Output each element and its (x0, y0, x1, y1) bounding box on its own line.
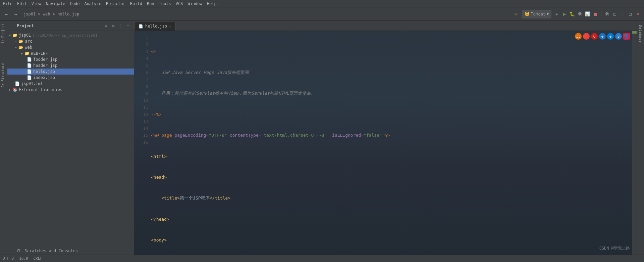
tab-close-button[interactable]: ✕ (169, 25, 171, 28)
tree-item-hello[interactable]: 📄 hello.jsp (7, 69, 134, 75)
coverage-button[interactable]: 🛠 (577, 11, 583, 17)
linenum-13: 13 (134, 118, 148, 125)
menu-tools[interactable]: Tools (159, 1, 171, 6)
menu-analyze[interactable]: Analyze (84, 1, 101, 6)
code-span: JSP Java Server Page Java服务端页面 (151, 70, 249, 75)
minimize-panel-icon[interactable]: − (125, 23, 131, 29)
ie-icon[interactable]: e (599, 33, 606, 40)
back-button[interactable]: ← (3, 10, 10, 18)
linenum-2: 2 (134, 41, 148, 48)
editor-area: ✓ 🦊 🔴 O e e S 👤 📄 hello.jsp ✕ 1 2 (134, 21, 637, 255)
status-crlf[interactable]: CRLF (34, 256, 43, 261)
menu-help[interactable]: Help (207, 1, 217, 6)
tree-item-src[interactable]: ▾ 📂 src (7, 38, 134, 44)
file-tree: ▾ 📁 jsp01 F:\IDEAWork\jsp_project\jsp01 … (7, 31, 134, 247)
right-gutter (632, 31, 637, 255)
forward-button[interactable]: → (12, 10, 19, 18)
debug-button[interactable]: 🐛 (569, 11, 576, 17)
edge-icon[interactable]: e (607, 33, 614, 40)
code-content[interactable]: <%-- JSP Java Server Page Java服务端页面 作用：替… (151, 31, 632, 255)
toolbar-left: ← → jsp01 > web > hello.jsp (3, 10, 81, 18)
tree-label-jsp01: jsp01 (19, 33, 31, 38)
linenum-4: 4 (134, 55, 148, 62)
menu-run[interactable]: Run (147, 1, 154, 6)
code-span: </title> (210, 195, 231, 201)
tree-item-extlibs[interactable]: ▸ 📚 External Libraries (7, 87, 134, 93)
tree-item-jsp01[interactable]: ▾ 📁 jsp01 F:\IDEAWork\jsp_project\jsp01 (7, 32, 134, 38)
code-line-6: <html> (151, 153, 629, 160)
collapse-icon[interactable]: ≡ (110, 23, 116, 29)
menu-file[interactable]: File (3, 1, 12, 6)
status-encoding[interactable]: UTF-8 (3, 256, 14, 261)
menu-code[interactable]: Code (70, 1, 80, 6)
run-button[interactable]: ▶ (561, 11, 568, 17)
linenum-15: 15 (134, 132, 148, 139)
sync-icon[interactable]: ↩ (513, 10, 520, 18)
menu-vcs[interactable]: VCS (176, 1, 183, 6)
firefox-icon[interactable]: 🦊 (575, 33, 582, 40)
code-line-2: JSP Java Server Page Java服务端页面 (151, 69, 629, 76)
tab-hello-jsp[interactable]: 📄 hello.jsp ✕ (134, 22, 175, 31)
tree-item-web[interactable]: ▾ 📂 web (7, 44, 134, 50)
tree-path-jsp01: F:\IDEAWork\jsp_project\jsp01 (33, 33, 97, 38)
menu-view[interactable]: View (32, 1, 41, 6)
stop-button[interactable]: ■ (592, 11, 599, 17)
database-tab[interactable]: Database (637, 22, 644, 45)
gear-icon[interactable]: ⋮ (118, 23, 124, 29)
opera-icon[interactable]: O (591, 33, 598, 40)
scratches-item[interactable]: 🗒 Scratches and Consoles (7, 247, 134, 255)
build-icon[interactable]: 🛠 (604, 11, 610, 17)
run-icons: + ▶ 🐛 🛠 📊 ■ 🛠 □ − □ ✕ (553, 11, 641, 17)
status-bar: UTF-8 16:9 CRLF (0, 255, 644, 262)
maximize-icon[interactable]: □ (627, 11, 634, 17)
menu-build[interactable]: Build (130, 1, 142, 6)
minimize-icon[interactable]: − (619, 11, 626, 17)
tab-label: hello.jsp (145, 24, 167, 29)
add-config-icon[interactable]: + (553, 11, 560, 17)
menu-refactor[interactable]: Refactor (106, 1, 125, 6)
code-span: <title> (161, 195, 180, 201)
code-area[interactable]: 1 2 3 4 5 6 7 8 9 10 11 12 13 14 15 16 <… (134, 31, 637, 255)
project-header: Project ⚙ ≡ ⋮ − (7, 21, 134, 31)
project-tab[interactable]: 1: Project (0, 21, 7, 46)
menu-window[interactable]: Window (187, 1, 202, 6)
left-panel-tabs: 1: Project 2: Structure (0, 21, 7, 255)
linenum-6: 6 (134, 69, 148, 76)
safari-icon[interactable]: S (615, 33, 622, 40)
tree-item-fooder[interactable]: 📄 fooder.jsp (7, 56, 134, 62)
code-span: 第一个JSP程序 (180, 195, 209, 201)
tree-label-hello: hello.jsp (33, 69, 55, 74)
right-panel: Database (637, 21, 644, 255)
header-icons: ⚙ ≡ ⋮ − (103, 23, 131, 29)
tree-label-index: index.jsp (33, 75, 55, 80)
menu-navigate[interactable]: Navigate (46, 1, 65, 6)
tree-item-index[interactable]: 📄 index.jsp (7, 75, 134, 81)
code-span: "false" (364, 133, 382, 138)
structure-tab[interactable]: 2: Structure (0, 60, 7, 90)
code-line-7: <head> (151, 174, 629, 181)
code-span: %> (382, 133, 390, 138)
tree-item-iml[interactable]: 📄 jsp01.iml (7, 81, 134, 87)
menu-edit[interactable]: Edit (17, 1, 27, 6)
window-icon[interactable]: □ (611, 11, 618, 17)
tree-item-header[interactable]: 📄 header.jsp (7, 62, 134, 69)
project-panel: Project ⚙ ≡ ⋮ − ▾ 📁 jsp01 F:\IDEAWork\js… (7, 21, 134, 255)
code-span: <body> (151, 237, 167, 243)
status-line-col: 16:9 (19, 256, 28, 261)
profile-button[interactable]: 📊 (584, 11, 591, 17)
file-icon-header: 📄 (27, 63, 32, 68)
tab-file-icon: 📄 (139, 24, 143, 29)
sidebar: 1: Project 2: Structure Project ⚙ ≡ ⋮ − … (0, 21, 134, 255)
chrome-icon[interactable]: 🔴 (583, 33, 590, 40)
tree-item-webinf[interactable]: ▸ 📁 WEB-INF (7, 50, 134, 56)
line-numbers: 1 2 3 4 5 6 7 8 9 10 11 12 13 14 15 16 (134, 31, 151, 255)
code-line-1: <%-- (151, 48, 629, 55)
run-config-dropdown[interactable]: 🐱 Tomcat ▼ (522, 10, 551, 18)
code-span: </head> (151, 217, 169, 222)
code-span: --%> (151, 112, 161, 117)
settings-icon[interactable]: ⚙ (103, 23, 109, 29)
close-icon[interactable]: ✕ (635, 11, 641, 17)
project-title: Project (17, 24, 101, 28)
extlibs-icon: 📚 (12, 87, 17, 92)
scratches-icon: 🗒 (17, 249, 21, 253)
